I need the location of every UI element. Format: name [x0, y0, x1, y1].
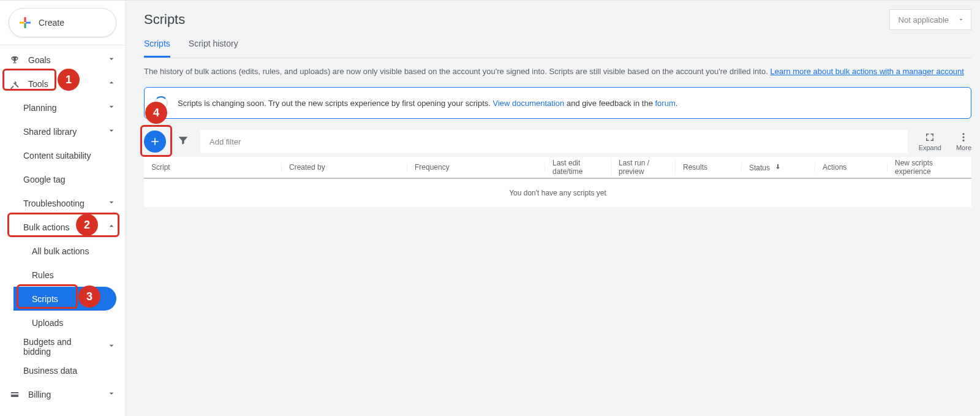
dropdown-label: Not applicable — [899, 15, 949, 25]
chevron-up-icon — [107, 78, 116, 89]
main: Not applicable Scripts Scripts Script hi… — [126, 1, 980, 416]
create-button[interactable]: Create — [9, 8, 116, 37]
nav-uploads[interactable]: Uploads — [0, 311, 125, 335]
svg-rect-0 — [24, 17, 26, 22]
expand-button[interactable]: Expand — [919, 132, 941, 151]
nav-scripts[interactable]: Scripts — [0, 287, 125, 311]
th-frequency[interactable]: Frequency — [407, 163, 545, 172]
tab-script-history[interactable]: Script history — [189, 39, 238, 58]
th-last-run[interactable]: Last run / preview — [611, 159, 676, 176]
th-actions[interactable]: Actions — [815, 163, 888, 172]
sort-desc-icon — [774, 163, 782, 170]
scope-dropdown[interactable]: Not applicable — [889, 9, 971, 30]
chevron-down-icon — [107, 197, 116, 209]
change-banner: Scripts is changing soon. Try out the ne… — [144, 87, 971, 119]
nav-label: All bulk actions — [32, 246, 116, 256]
card-icon — [9, 390, 21, 399]
chevron-down-icon — [107, 126, 116, 137]
nav-business-data[interactable]: Business data — [0, 358, 125, 382]
nav-billing[interactable]: Billing — [0, 382, 125, 406]
more-vert-icon — [958, 132, 969, 143]
forum-link[interactable]: forum — [655, 99, 675, 108]
empty-state: You don't have any scripts yet — [144, 179, 971, 207]
callout-3: 3 — [78, 286, 100, 308]
create-label: Create — [39, 18, 64, 28]
nav-label: Content suitability — [23, 151, 116, 161]
chevron-down-icon — [107, 54, 116, 66]
learn-more-link[interactable]: Learn more about bulk actions with a man… — [770, 67, 964, 76]
add-script-button[interactable] — [144, 130, 166, 153]
sidebar: Create Goals Tools Planning Shared libra… — [0, 1, 126, 416]
nav-label: Uploads — [32, 318, 116, 328]
nav-label: Goals — [28, 55, 99, 65]
callout-4: 4 — [145, 102, 167, 124]
nav-planning[interactable]: Planning — [0, 96, 125, 119]
svg-point-4 — [963, 133, 965, 135]
chevron-down-icon — [107, 341, 116, 352]
chevron-down-icon — [107, 102, 116, 113]
caret-down-icon — [957, 16, 965, 23]
nav-budgets[interactable]: Budgets and bidding — [0, 335, 125, 358]
th-script[interactable]: Script — [144, 163, 282, 172]
info-text: The history of bulk actions (edits, rule… — [144, 67, 971, 76]
callout-2: 2 — [76, 214, 98, 236]
nav-label: Rules — [32, 270, 116, 280]
nav-goals[interactable]: Goals — [0, 48, 125, 72]
page-title: Scripts — [144, 12, 971, 28]
divider — [0, 45, 125, 45]
nav-label: Google tag — [23, 175, 116, 184]
tab-scripts[interactable]: Scripts — [144, 39, 170, 58]
nav-label: Billing — [28, 390, 99, 399]
svg-rect-3 — [26, 22, 31, 24]
nav-label: Budgets and bidding — [23, 337, 99, 357]
toolbar: Add filter Expand More 4 — [144, 130, 971, 153]
chevron-up-icon — [107, 221, 116, 233]
svg-rect-1 — [24, 23, 26, 28]
nav-label: Business data — [23, 366, 116, 376]
add-filter-input[interactable]: Add filter — [200, 130, 908, 153]
nav-rules[interactable]: Rules — [0, 263, 125, 287]
nav-bulk-actions[interactable]: Bulk actions — [0, 215, 125, 239]
callout-1: 1 — [58, 69, 80, 91]
th-last-edit[interactable]: Last edit date/time — [545, 159, 611, 176]
chevron-down-icon — [107, 388, 116, 400]
nav-label: Troubleshooting — [23, 199, 99, 208]
th-created-by[interactable]: Created by — [282, 163, 407, 172]
table-header-row: Script Created by Frequency Last edit da… — [144, 157, 971, 179]
nav-label: Planning — [23, 103, 99, 113]
svg-point-5 — [963, 137, 965, 138]
filter-icon[interactable] — [177, 134, 189, 149]
plus-icon — [149, 135, 161, 148]
svg-rect-2 — [20, 22, 24, 24]
nav-shared-library[interactable]: Shared library — [0, 119, 125, 143]
scripts-table: Script Created by Frequency Last edit da… — [144, 157, 971, 207]
trophy-icon — [9, 55, 21, 65]
svg-point-6 — [963, 140, 965, 142]
more-button[interactable]: More — [956, 132, 971, 151]
th-status[interactable]: Status — [742, 163, 815, 172]
th-new-scripts[interactable]: New scripts experience — [888, 159, 971, 176]
nav-label: Scripts — [32, 294, 58, 304]
nav-label: Shared library — [23, 127, 99, 137]
nav-troubleshooting[interactable]: Troubleshooting — [0, 191, 125, 215]
tabs: Scripts Script history — [144, 39, 971, 58]
plus-multicolor-icon — [18, 15, 32, 30]
tools-icon — [9, 79, 21, 89]
view-documentation-link[interactable]: View documentation — [492, 99, 564, 108]
nav-content-suitability[interactable]: Content suitability — [0, 143, 125, 167]
nav-google-tag[interactable]: Google tag — [0, 167, 125, 191]
th-results[interactable]: Results — [676, 163, 742, 172]
nav-all-bulk-actions[interactable]: All bulk actions — [0, 239, 125, 263]
expand-icon — [924, 132, 935, 143]
